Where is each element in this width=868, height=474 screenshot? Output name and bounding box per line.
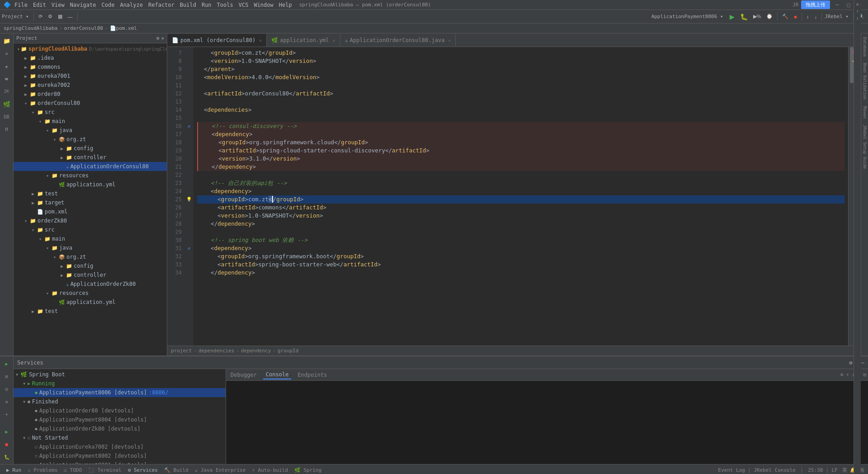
btool-javaenterprise[interactable]: ☕ Java Enterprise <box>192 466 249 474</box>
svc-app-payment8001[interactable]: ▶ ○ ApplicationPayment8001 [devtools] <box>14 460 226 464</box>
tree-idea[interactable]: ▶ 📁 .idea <box>14 53 167 62</box>
stop-button[interactable]: ■ <box>792 13 799 20</box>
menu-window[interactable]: Window <box>254 2 273 8</box>
tab-endpoints[interactable]: Endpoints <box>295 371 330 379</box>
svc-app-payment8004[interactable]: ▶ ● ApplicationPayment8004 [devtools] <box>14 415 226 424</box>
menu-view[interactable]: View <box>52 2 65 8</box>
tree-pomxml[interactable]: ▶ 📄 pom.xml <box>14 207 167 216</box>
svc-icon-4[interactable]: ≡ <box>1 396 12 407</box>
run-config-selector[interactable]: ApplicationPayment8006 ▾ <box>651 14 723 19</box>
tree-orderzk80[interactable]: ▾ 📁 orderZk80 <box>14 216 167 225</box>
project-settings-icon[interactable]: ⚙ <box>156 35 160 41</box>
svc-icon-3[interactable]: ⊟ <box>1 384 12 394</box>
breadcrumb-dependencies[interactable]: dependencies <box>198 348 234 354</box>
btool-services[interactable]: ⚙ Services <box>125 466 160 474</box>
svc-app-payment8006[interactable]: ▶ ● ApplicationPayment8006 [devtools] :8… <box>14 388 226 397</box>
menu-run[interactable]: Run <box>202 2 212 8</box>
debug-tool-5[interactable]: ⊟ <box>863 372 866 378</box>
tree-test[interactable]: ▶ 📁 test <box>14 189 167 198</box>
btool-terminal[interactable]: ⬛ Terminal <box>85 466 124 474</box>
jrebel-selector[interactable]: JRebel ▾ <box>825 14 849 19</box>
build-button[interactable]: 🔨 <box>780 13 790 20</box>
breadcrumb-file[interactable]: pom.xml <box>116 25 137 31</box>
code-editor[interactable]: <groupId>com.zt</groupId> <version>1.0-S… <box>193 47 848 346</box>
menu-build[interactable]: Build <box>180 2 196 8</box>
tree-root[interactable]: ▾ 📁 springCloudAlibaba D:\workspace\spri… <box>14 44 167 53</box>
btool-run[interactable]: ▶ Run <box>4 466 24 474</box>
sidebar-maven-icon[interactable]: M <box>1 124 12 135</box>
tree-order80[interactable]: ▶ 📁 order80 <box>14 90 167 99</box>
menu-edit[interactable]: Edit <box>33 2 46 8</box>
menu-help[interactable]: Help <box>279 2 292 8</box>
tree-main2[interactable]: ▾ 📁 main <box>14 234 167 243</box>
svc-icon-debug[interactable]: 🐛 <box>1 451 12 462</box>
svc-app-order80[interactable]: ▶ ● ApplicationOrder80 [devtools] <box>14 406 226 415</box>
menu-vcs[interactable]: VCS <box>239 2 249 8</box>
run-button[interactable]: ▶ <box>728 12 736 21</box>
tab-pomxml[interactable]: 📄 pom.xml (orderConsul80) ✕ <box>167 34 267 47</box>
menu-code[interactable]: Code <box>102 2 115 8</box>
sidebar-bookmark-icon[interactable]: ★ <box>1 61 12 71</box>
sidebar-favorites-icon[interactable]: ❤ <box>1 73 12 84</box>
btool-todo[interactable]: ☑ TODO <box>61 466 85 474</box>
tree-application-yml[interactable]: ▶ 🌿 application.yml <box>14 180 167 189</box>
debug-tool-2[interactable]: ↑ <box>846 372 849 378</box>
breadcrumb-groupid[interactable]: groupId <box>278 348 298 354</box>
tree-target[interactable]: ▶ 📁 target <box>14 198 167 207</box>
sidebar-project-icon[interactable]: 📁 <box>1 35 12 46</box>
tab-console[interactable]: Console <box>263 370 292 379</box>
tab-debugger[interactable]: Debugger <box>228 371 259 379</box>
sidebar-database-icon[interactable]: DB <box>1 111 12 122</box>
editor-content[interactable]: 7 8 9 10 11 12 13 14 15 16 17 18 19 20 2… <box>167 47 861 346</box>
run-with-coverage[interactable]: ▶% <box>751 13 763 20</box>
tab-pomxml-close[interactable]: ✕ <box>259 38 262 43</box>
svc-running-group[interactable]: ▾ ▶ Running <box>14 379 226 388</box>
breadcrumb-project[interactable]: project <box>171 348 192 354</box>
rtool-database[interactable]: Database <box>862 35 868 58</box>
collapse-button[interactable]: — <box>66 13 75 20</box>
svc-app-eureka7002[interactable]: ▶ ○ ApplicationEureka7002 [devtools] <box>14 442 226 451</box>
breadcrumb-dependency[interactable]: dependency <box>241 348 271 354</box>
svc-notstarted-group[interactable]: ▾ ○ Not Started <box>14 433 226 442</box>
tree-eureka7002[interactable]: ▶ 📁 eureka7002 <box>14 81 167 90</box>
tree-controller[interactable]: ▶ 📁 controller <box>14 153 167 162</box>
breadcrumb-root[interactable]: springCloudAlibaba <box>4 25 57 31</box>
sync-button[interactable]: ⟳ <box>37 13 44 20</box>
upload-button[interactable]: 拖拽上传 <box>801 0 830 9</box>
tree-orderconsul80[interactable]: ▾ 📁 orderConsul80 <box>14 99 167 108</box>
tab-java-close[interactable]: ✕ <box>448 38 451 43</box>
status-jrebel[interactable]: JRebel Console <box>754 467 796 473</box>
btool-spring[interactable]: 🌿 Spring <box>292 466 324 474</box>
tree-eureka7001[interactable]: ▶ 📁 eureka7001 <box>14 71 167 81</box>
menu-file[interactable]: File <box>14 2 28 8</box>
rtool-beanvalidation[interactable]: Bean Validation <box>862 61 868 101</box>
profile-button[interactable]: ⌚ <box>764 13 774 20</box>
project-close-icon[interactable]: ✕ <box>161 35 164 41</box>
rtool-maven[interactable]: Maven <box>862 104 868 120</box>
svc-header-close[interactable]: — <box>861 360 864 366</box>
tree-commons[interactable]: ▶ 📁 commons <box>14 62 167 71</box>
tree-application-orderzk80[interactable]: ▶ ☕ ApplicationOrderZk80 <box>14 280 167 289</box>
expand-button[interactable]: ▦ <box>56 13 64 20</box>
tab-applicationjava[interactable]: ☕ ApplicationOrderConsul80.java ✕ <box>340 34 456 47</box>
svc-icon-stop[interactable]: ■ <box>1 439 12 450</box>
settings-button[interactable]: ⚙ <box>46 13 54 20</box>
btool-autobuild[interactable]: ⚡ Auto-build <box>249 466 290 474</box>
tree-resources2[interactable]: ▾ 📁 resources <box>14 289 167 298</box>
tree-java2[interactable]: ▾ 📁 java <box>14 243 167 252</box>
tree-src[interactable]: ▾ 📁 src <box>14 108 167 117</box>
debug-button[interactable]: 🐛 <box>738 12 750 21</box>
breadcrumb-module[interactable]: orderConsul80 <box>64 25 103 31</box>
svc-icon-run[interactable]: ▶ <box>1 426 12 437</box>
svc-group-springboot[interactable]: ▾ 🌿 Spring Boot <box>14 370 226 379</box>
tree-application-yml2[interactable]: ▶ 🌿 application.yml <box>14 298 167 307</box>
svc-icon-5[interactable]: + <box>1 409 12 420</box>
tab-yml-close[interactable]: ✕ <box>333 38 335 43</box>
tree-config2[interactable]: ▶ 📁 config <box>14 261 167 270</box>
maximize-button[interactable]: □ <box>844 2 853 8</box>
svc-icon-2[interactable]: ⊞ <box>1 371 12 382</box>
tree-main[interactable]: ▾ 📁 main <box>14 117 167 126</box>
svc-app-payment8002[interactable]: ▶ ○ ApplicationPayment8002 [devtools] <box>14 451 226 460</box>
status-event-log[interactable]: Event Log <box>718 467 745 473</box>
tree-resources[interactable]: ▾ 📁 resources <box>14 171 167 180</box>
